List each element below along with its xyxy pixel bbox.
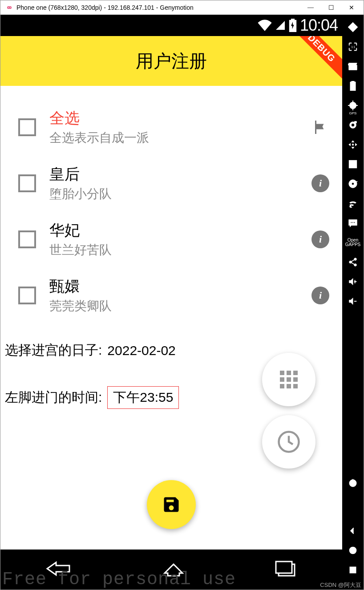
csdn-watermark: CSDN @阿大豆: [320, 581, 361, 589]
svg-rect-24: [350, 567, 356, 573]
page-title: 用户注册: [136, 49, 207, 73]
item-title: 全选: [49, 108, 298, 129]
checkbox[interactable]: [18, 230, 36, 248]
volume-down-icon[interactable]: [344, 292, 362, 310]
time-value[interactable]: 下午23:55: [107, 386, 179, 409]
item-subtitle: 全选表示自成一派: [49, 129, 298, 146]
svg-rect-3: [348, 23, 357, 32]
side-back-icon[interactable]: [344, 522, 362, 540]
camera-icon[interactable]: [344, 116, 362, 134]
date-value[interactable]: 2022-02-02: [107, 343, 175, 358]
nav-home-button[interactable]: [158, 560, 189, 579]
volume-up-icon[interactable]: [344, 273, 362, 291]
checkbox[interactable]: [18, 118, 36, 136]
window-maximize-button[interactable]: ☐: [321, 1, 341, 14]
android-status-bar[interactable]: 10:04: [0, 15, 342, 36]
time-label: 左脚进门的时间:: [5, 388, 102, 407]
network-icon[interactable]: [344, 194, 362, 212]
grid-icon: [280, 371, 298, 388]
item-subtitle: 莞莞类卿队: [49, 298, 298, 315]
opengapps-icon[interactable]: OpenGAPPS: [344, 234, 362, 251]
list-item[interactable]: 全选 全选表示自成一派: [0, 99, 342, 155]
svg-point-17: [352, 222, 354, 223]
list-item[interactable]: 甄嬛 莞莞类卿队 i: [0, 267, 342, 323]
share-icon[interactable]: [344, 253, 362, 271]
svg-point-10: [352, 144, 354, 145]
side-home-icon[interactable]: [344, 542, 362, 559]
client-area: 10:04 用户注册 DEBUG 全选 全选表示自成一派: [0, 15, 364, 590]
svg-point-16: [351, 222, 352, 223]
window-titlebar[interactable]: Phone one (768x1280, 320dpi) - 192.168.2…: [0, 0, 364, 15]
item-title: 甄嬛: [49, 276, 298, 297]
main-content: 全选 全选表示自成一派 皇后 堕胎小分队 i: [0, 86, 342, 550]
date-label: 选择进宫的日子:: [5, 341, 102, 360]
svg-rect-9: [355, 121, 357, 123]
identifier-icon[interactable]: ID: [344, 155, 362, 173]
android-nav-bar: [0, 550, 342, 590]
emulator-window: Phone one (768x1280, 320dpi) - 192.168.2…: [0, 0, 364, 590]
info-icon[interactable]: i: [311, 174, 330, 193]
save-fab[interactable]: [147, 480, 196, 529]
nav-back-button[interactable]: [43, 560, 74, 579]
svg-point-14: [350, 206, 352, 208]
debug-ribbon: DEBUG: [289, 36, 342, 81]
sms-icon[interactable]: [344, 214, 362, 232]
checkbox[interactable]: [18, 174, 36, 192]
clapperboard-icon[interactable]: [344, 57, 362, 75]
gps-icon[interactable]: GPS: [344, 97, 362, 114]
info-icon[interactable]: i: [311, 286, 330, 305]
genymotion-toolbar: 1:1 GPS ID OpenGAPPS: [342, 15, 364, 590]
wifi-icon: [257, 20, 272, 31]
svg-rect-2: [276, 562, 292, 573]
flag-icon[interactable]: [311, 118, 330, 137]
list-item[interactable]: 华妃 世兰好苦队 i: [0, 211, 342, 267]
move-icon[interactable]: [344, 136, 362, 154]
svg-point-8: [351, 123, 354, 126]
status-clock: 10:04: [300, 16, 338, 35]
item-title: 华妃: [49, 220, 298, 241]
phone-screen: 10:04 用户注册 DEBUG 全选 全选表示自成一派: [0, 15, 342, 590]
svg-point-6: [352, 105, 354, 106]
item-subtitle: 堕胎小分队: [49, 186, 298, 202]
item-subtitle: 世兰好苦队: [49, 242, 298, 259]
window-title: Phone one (768x1280, 320dpi) - 192.168.2…: [16, 4, 300, 11]
window-minimize-button[interactable]: —: [300, 1, 321, 14]
nav-recent-button[interactable]: [273, 560, 300, 579]
app-bar: 用户注册 DEBUG: [0, 36, 342, 86]
genymotion-logo-icon: [5, 3, 14, 12]
signal-icon: [275, 20, 286, 31]
checkbox[interactable]: [18, 287, 36, 304]
rotate-icon[interactable]: [344, 18, 362, 36]
svg-point-23: [350, 547, 356, 554]
pixel-ratio-icon[interactable]: 1:1: [344, 38, 362, 56]
svg-point-18: [354, 222, 355, 223]
list-item[interactable]: 皇后 堕胎小分队 i: [0, 155, 342, 211]
disk-icon[interactable]: [344, 175, 362, 193]
side-recent-icon[interactable]: [344, 561, 362, 579]
save-icon: [162, 495, 181, 514]
power-icon[interactable]: [344, 474, 362, 492]
svg-point-13: [352, 182, 354, 185]
date-picker-fab[interactable]: [262, 353, 315, 406]
clock-icon: [277, 430, 301, 454]
svg-text:1:1: 1:1: [351, 45, 355, 48]
item-title: 皇后: [49, 164, 298, 185]
window-close-button[interactable]: ✕: [341, 1, 362, 14]
info-icon[interactable]: i: [311, 230, 330, 249]
battery-charging-icon: [288, 19, 297, 32]
battery-icon[interactable]: [344, 77, 362, 95]
time-picker-fab[interactable]: [262, 415, 315, 469]
